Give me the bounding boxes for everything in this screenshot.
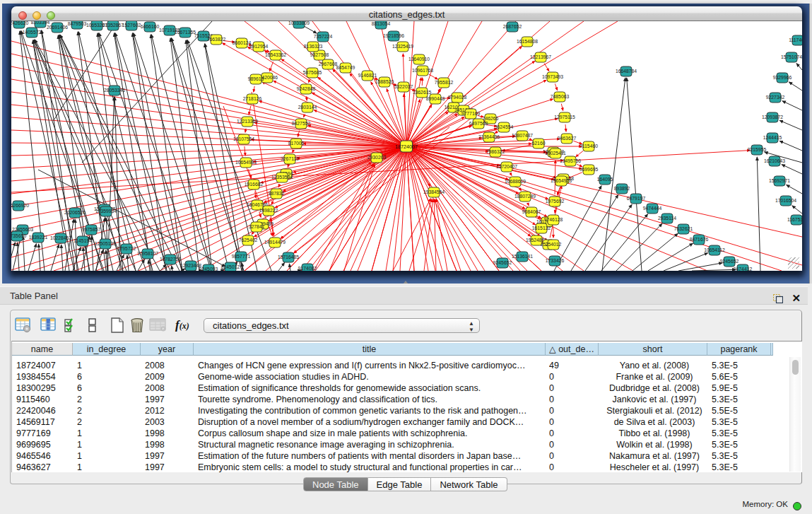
svg-text:19654923: 19654923	[551, 178, 572, 183]
svg-text:1839221: 1839221	[29, 235, 48, 240]
svg-text:3624554: 3624554	[495, 124, 514, 129]
svg-text:10033809: 10033809	[288, 21, 310, 25]
svg-text:20206526: 20206526	[64, 210, 86, 215]
svg-text:12325419: 12325419	[392, 44, 413, 49]
svg-text:16210643: 16210643	[764, 158, 785, 163]
svg-text:12353594: 12353594	[271, 175, 293, 180]
svg-text:21364436: 21364436	[478, 134, 500, 139]
svg-text:9746128: 9746128	[544, 217, 563, 222]
svg-text:9245093: 9245093	[199, 267, 218, 271]
svg-text:9174082: 9174082	[298, 266, 317, 271]
svg-text:1498222: 1498222	[259, 208, 278, 213]
svg-text:8427552: 8427552	[292, 121, 311, 126]
svg-text:9699695: 9699695	[579, 167, 599, 172]
svg-text:1615132: 1615132	[532, 226, 551, 230]
svg-text:10654983: 10654983	[235, 160, 257, 165]
svg-text:10807487: 10807487	[512, 133, 533, 138]
svg-text:8990448: 8990448	[426, 96, 445, 101]
svg-text:12213369: 12213369	[237, 119, 258, 124]
svg-text:9329966: 9329966	[773, 75, 792, 80]
svg-text:164095: 164095	[597, 177, 613, 182]
svg-text:5875685: 5875685	[303, 70, 322, 75]
svg-text:15136141: 15136141	[512, 254, 533, 259]
svg-text:10973493: 10973493	[542, 74, 563, 79]
svg-text:893892: 893892	[614, 186, 630, 191]
svg-text:16648784: 16648784	[616, 69, 637, 74]
svg-text:18807249: 18807249	[514, 194, 536, 199]
svg-text:1975692: 1975692	[546, 199, 565, 204]
svg-text:7986322: 7986322	[486, 149, 505, 154]
svg-text:1916682: 1916682	[245, 182, 264, 187]
svg-text:1527602: 1527602	[122, 23, 141, 28]
svg-text:8245012: 8245012	[221, 264, 240, 269]
svg-text:12213967: 12213967	[530, 54, 551, 59]
svg-text:21352867: 21352867	[102, 23, 124, 28]
svg-text:817006: 817006	[288, 141, 305, 146]
svg-text:7485063: 7485063	[551, 94, 570, 99]
svg-text:16782759: 16782759	[160, 257, 181, 262]
svg-text:9857771: 9857771	[232, 254, 251, 259]
svg-text:7632621: 7632621	[674, 226, 693, 231]
svg-text:2935114: 2935114	[658, 216, 676, 221]
svg-text:9975857: 9975857	[82, 227, 101, 232]
svg-text:1795722: 1795722	[117, 246, 136, 251]
svg-text:1733426: 1733426	[546, 258, 565, 263]
svg-text:2718126: 2718126	[243, 96, 262, 101]
svg-text:2803144: 2803144	[298, 105, 317, 110]
svg-text:7955812: 7955812	[435, 80, 454, 85]
svg-text:17359934: 17359934	[95, 209, 117, 214]
svg-text:9146821: 9146821	[358, 73, 377, 78]
svg-text:1362615: 1362615	[413, 90, 432, 95]
svg-text:15692971: 15692971	[769, 178, 790, 183]
svg-text:1117403: 1117403	[789, 37, 802, 42]
svg-text:20691406: 20691406	[47, 25, 68, 30]
svg-text:254012: 254012	[546, 242, 562, 247]
svg-text:15751074: 15751074	[781, 54, 802, 59]
svg-text:1588520: 1588520	[375, 79, 394, 84]
svg-text:26266920: 26266920	[11, 203, 29, 208]
svg-text:19495756: 19495756	[560, 158, 581, 163]
svg-text:16154808: 16154808	[517, 39, 538, 44]
svg-text:8454749: 8454749	[336, 65, 355, 70]
svg-text:2687652: 2687652	[503, 24, 522, 29]
svg-text:6479197: 6479197	[627, 196, 646, 201]
svg-text:5322037: 5322037	[394, 84, 413, 89]
svg-text:6466160: 6466160	[141, 24, 160, 29]
svg-text:7663822: 7663822	[207, 37, 226, 42]
svg-text:28053346: 28053346	[104, 88, 125, 93]
svg-text:8136323: 8136323	[304, 44, 323, 49]
svg-text:16107554: 16107554	[233, 136, 254, 141]
svg-text:8813054: 8813054	[372, 21, 391, 26]
svg-text:15720407: 15720407	[496, 164, 517, 169]
svg-text:17016504: 17016504	[775, 198, 796, 203]
svg-text:9115460: 9115460	[579, 144, 598, 148]
svg-text:9245652: 9245652	[493, 260, 512, 265]
svg-text:62160: 62160	[532, 141, 546, 146]
svg-text:9084067: 9084067	[522, 209, 541, 214]
svg-text:1405572: 1405572	[23, 30, 42, 35]
svg-text:12505135: 12505135	[95, 241, 116, 246]
svg-text:18724007: 18724007	[395, 144, 418, 150]
svg-text:3267110: 3267110	[281, 156, 299, 161]
svg-text:13640910: 13640910	[408, 57, 430, 62]
svg-text:2967608: 2967608	[319, 62, 338, 66]
svg-text:6497568: 6497568	[469, 121, 488, 126]
svg-text:16671355: 16671355	[175, 30, 196, 35]
svg-text:1244415: 1244415	[763, 135, 782, 140]
svg-text:10688609: 10688609	[505, 179, 526, 184]
svg-text:9474412: 9474412	[734, 267, 753, 271]
svg-text:10654112: 10654112	[704, 247, 725, 252]
svg-text:7625402: 7625402	[239, 238, 258, 243]
svg-text:12975115: 12975115	[554, 115, 575, 119]
svg-text:9227342: 9227342	[766, 95, 785, 100]
svg-text:327841: 327841	[249, 224, 265, 229]
svg-text:15716485: 15716485	[278, 255, 299, 259]
svg-text:10958107: 10958107	[137, 251, 158, 256]
svg-text:8912954: 8912954	[249, 44, 269, 49]
svg-text:7357224: 7357224	[314, 34, 333, 39]
svg-text:10025411: 10025411	[545, 151, 566, 156]
svg-text:19384554: 19384554	[423, 189, 445, 194]
svg-text:746266: 746266	[483, 116, 499, 121]
svg-text:2426620: 2426620	[11, 21, 28, 25]
svg-text:9463627: 9463627	[558, 136, 577, 141]
